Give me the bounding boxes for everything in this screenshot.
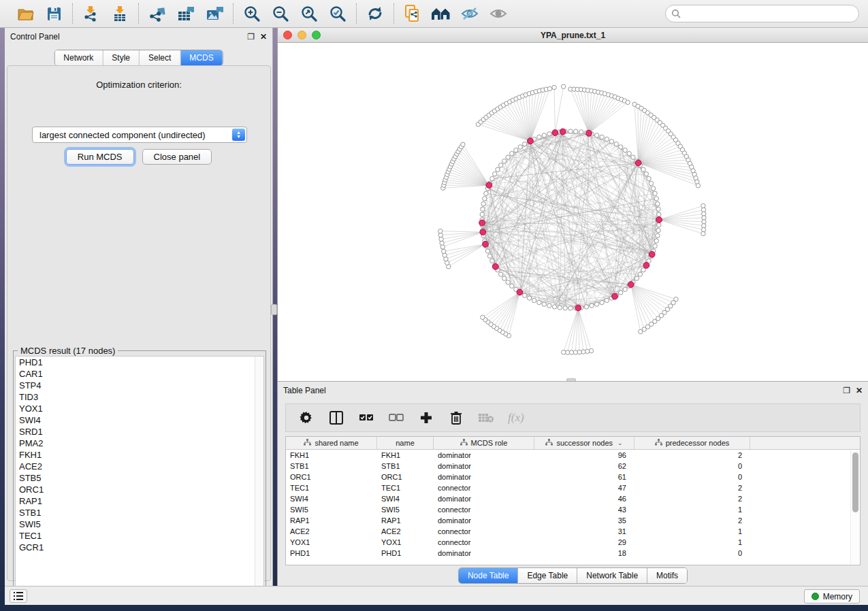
search-input[interactable] xyxy=(681,9,853,18)
column-header-predecessor-nodes[interactable]: predecessor nodes xyxy=(634,437,750,449)
cell-name: YOX1 xyxy=(377,538,434,546)
close-panel-icon[interactable]: ✕ xyxy=(260,33,267,41)
tab-style[interactable]: Style xyxy=(103,50,140,65)
memory-button[interactable]: Memory xyxy=(804,589,860,604)
tab-mcds[interactable]: MCDS xyxy=(180,50,222,65)
hide-selected-icon[interactable] xyxy=(458,3,481,24)
import-table-from-file-icon[interactable] xyxy=(108,3,131,24)
result-list-item[interactable]: ORC1 xyxy=(16,484,263,495)
table-header-row: shared namenameMCDS rolesuccessor nodes⌄… xyxy=(286,437,860,450)
table-row[interactable]: ACE2ACE2connector311 xyxy=(286,526,860,537)
window-maximize-icon[interactable] xyxy=(312,31,321,39)
cell-MCDS-role: dominator xyxy=(434,451,534,459)
table-row[interactable]: STB1STB1dominator620 xyxy=(286,461,860,472)
result-list-item[interactable]: CAR1 xyxy=(16,368,263,380)
table-row[interactable]: TEC1TEC1connector472 xyxy=(286,482,860,493)
table-scrollbar[interactable] xyxy=(850,450,859,564)
tab-motifs[interactable]: Motifs xyxy=(647,568,687,583)
result-list-item[interactable]: YOX1 xyxy=(16,403,263,414)
result-list-item[interactable]: STB5 xyxy=(16,472,263,484)
save-session-icon[interactable] xyxy=(42,3,65,24)
column-header-successor-nodes[interactable]: successor nodes⌄ xyxy=(534,437,634,449)
window-close-icon[interactable] xyxy=(283,31,292,39)
mcds-tab-content: Optimization criterion: largest connecte… xyxy=(7,65,271,581)
table-row[interactable]: ORC1ORC1dominator610 xyxy=(286,472,860,482)
table-row[interactable]: YOX1YOX1connector291 xyxy=(286,537,860,548)
table-scrollbar-thumb[interactable] xyxy=(852,452,858,512)
tab-network-table[interactable]: Network Table xyxy=(577,568,647,583)
table-panel: Table Panel ❐ ✕ f(x) shared namenameMC xyxy=(277,381,868,586)
show-panels-button[interactable] xyxy=(10,589,27,603)
cell-successor-nodes: 43 xyxy=(534,506,634,514)
zoom-out-icon[interactable] xyxy=(269,3,292,24)
export-image-icon[interactable] xyxy=(203,3,226,24)
column-header-shared-name[interactable]: shared name xyxy=(286,437,377,449)
cell-MCDS-role: dominator xyxy=(434,549,534,557)
table-row[interactable]: RAP1RAP1dominator352 xyxy=(286,515,860,526)
open-session-icon[interactable] xyxy=(14,3,37,24)
result-list-scrollbar[interactable] xyxy=(255,357,263,599)
shared-column-icon xyxy=(545,439,553,447)
network-graph[interactable] xyxy=(278,43,868,381)
export-table-icon[interactable] xyxy=(174,3,197,24)
cell-predecessor-nodes: 1 xyxy=(634,538,750,546)
result-list-item[interactable]: GCR1 xyxy=(16,542,263,553)
mcds-result-list[interactable]: PHD1CAR1STP4TID3YOX1SWI4SRD1PMA2FKH1ACE2… xyxy=(15,356,264,600)
result-list-item[interactable]: TEC1 xyxy=(16,530,263,542)
result-list-item[interactable]: PMA2 xyxy=(16,437,263,449)
cell-MCDS-role: dominator xyxy=(434,473,534,481)
result-list-item[interactable]: TID3 xyxy=(16,391,263,403)
result-list-item[interactable]: STP4 xyxy=(16,380,263,391)
cell-predecessor-nodes: 2 xyxy=(634,451,750,459)
delete-columns-icon[interactable] xyxy=(448,410,464,426)
show-hide-columns-icon[interactable] xyxy=(328,410,344,426)
float-panel-icon[interactable]: ❐ xyxy=(247,33,255,41)
result-list-item[interactable]: STB1 xyxy=(16,507,263,518)
cell-shared-name: ACE2 xyxy=(286,527,377,535)
new-network-from-selection-icon[interactable] xyxy=(401,3,424,24)
table-row[interactable]: PHD1PHD1dominator180 xyxy=(286,548,860,559)
add-column-icon[interactable] xyxy=(418,410,434,426)
network-canvas[interactable] xyxy=(278,43,868,381)
table-row[interactable]: FKH1FKH1dominator962 xyxy=(286,450,860,461)
criterion-dropdown[interactable]: largest connected component (undirected)… xyxy=(32,127,247,143)
result-list-item[interactable]: SWI5 xyxy=(16,518,263,530)
tab-select[interactable]: Select xyxy=(140,50,180,65)
apply-preferred-layout-icon[interactable] xyxy=(364,3,387,24)
result-list-item[interactable]: RAP1 xyxy=(16,495,263,507)
zoom-fit-content-icon[interactable] xyxy=(298,3,321,24)
first-neighbors-icon[interactable] xyxy=(430,3,453,24)
cell-predecessor-nodes: 0 xyxy=(634,549,750,557)
tab-edge-table[interactable]: Edge Table xyxy=(518,568,577,583)
close-panel-icon[interactable]: ✕ xyxy=(856,386,863,395)
tab-node-table[interactable]: Node Table xyxy=(459,568,519,583)
table-settings-icon[interactable] xyxy=(298,410,315,426)
column-header-MCDS-role[interactable]: MCDS role xyxy=(434,437,534,449)
float-panel-icon[interactable]: ❐ xyxy=(843,386,850,395)
table-row[interactable]: SWI5SWI5connector431 xyxy=(286,504,860,515)
window-minimize-icon[interactable] xyxy=(298,31,306,39)
vertical-splitter-handle[interactable] xyxy=(271,304,277,315)
column-header-name[interactable]: name xyxy=(377,437,434,449)
result-list-item[interactable]: FKH1 xyxy=(16,449,263,461)
result-list-item[interactable]: ACE2 xyxy=(16,461,263,472)
deselect-all-rows-icon[interactable] xyxy=(388,410,404,426)
close-panel-button[interactable]: Close panel xyxy=(142,149,212,165)
dropdown-stepper-icon: ▲▼ xyxy=(232,129,245,141)
select-all-rows-icon[interactable] xyxy=(358,410,374,426)
node-table[interactable]: shared namenameMCDS rolesuccessor nodes⌄… xyxy=(285,436,861,565)
cell-successor-nodes: 47 xyxy=(534,484,634,492)
run-mcds-button[interactable]: Run MCDS xyxy=(66,149,134,165)
zoom-in-icon[interactable] xyxy=(240,3,263,24)
zoom-selected-region-icon[interactable] xyxy=(326,3,349,24)
show-all-icon[interactable] xyxy=(487,3,510,24)
cell-predecessor-nodes: 0 xyxy=(634,473,750,481)
tab-network[interactable]: Network xyxy=(54,50,103,65)
import-network-from-file-icon[interactable] xyxy=(80,3,103,24)
table-row[interactable]: SWI4SWI4dominator462 xyxy=(286,493,860,504)
export-network-icon[interactable] xyxy=(146,3,169,24)
result-list-item[interactable]: PHD1 xyxy=(16,357,263,368)
search-field[interactable] xyxy=(665,5,859,22)
result-list-item[interactable]: SWI4 xyxy=(16,414,263,426)
result-list-item[interactable]: SRD1 xyxy=(16,426,263,437)
